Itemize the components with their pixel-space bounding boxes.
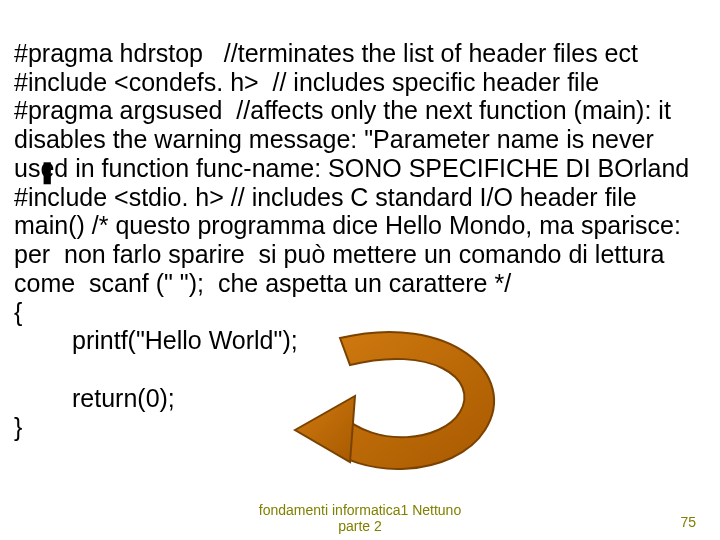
bullet-marker: ❚ (38, 159, 56, 185)
footer-center: fondamenti informatica1 Nettuno parte 2 (0, 502, 720, 534)
footer-line2: parte 2 (338, 518, 382, 534)
code-line: } (14, 413, 22, 441)
slide: ❚ #pragma hdrstop //terminates the list … (0, 0, 720, 540)
footer-line1: fondamenti informatica1 Nettuno (259, 502, 461, 518)
code-line: printf("Hello World"); (72, 326, 298, 354)
code-line: #include <stdio. h> // includes C standa… (14, 183, 637, 211)
curved-arrow-icon (280, 320, 510, 480)
code-line: { (14, 298, 22, 326)
code-line: return(0); (72, 384, 175, 412)
code-line: #pragma argsused //affects only the next… (14, 96, 689, 182)
page-number: 75 (680, 514, 696, 530)
code-line: main() /* questo programma dice Hello Mo… (14, 211, 688, 297)
code-line: #include <condefs. h> // includes specif… (14, 68, 599, 96)
code-line: #pragma hdrstop //terminates the list of… (14, 39, 638, 67)
